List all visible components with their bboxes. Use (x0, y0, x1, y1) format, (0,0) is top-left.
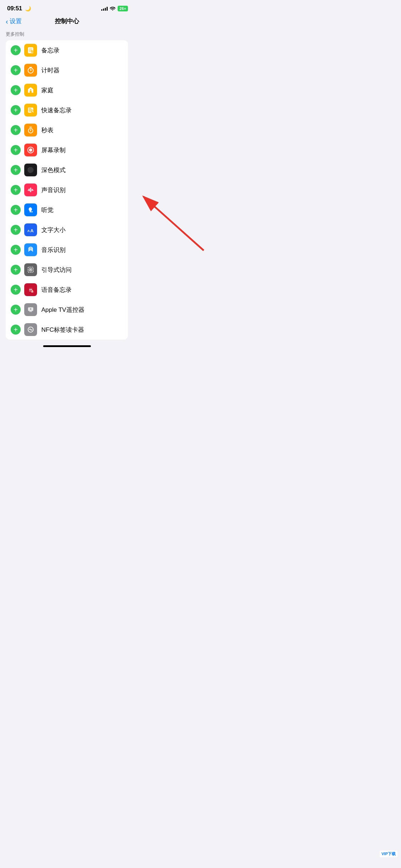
add-button-home[interactable]: + (11, 85, 21, 95)
plus-icon: + (14, 326, 18, 333)
battery-indicator: 26+ (118, 6, 128, 11)
list-item-nfc: + NFC标签读卡器 (6, 320, 128, 340)
item-label-nfc: NFC标签读卡器 (41, 326, 123, 334)
svg-rect-26 (30, 188, 31, 192)
item-label-darkmode: 深色模式 (41, 166, 123, 174)
list-item-hearing: + 听觉 (6, 200, 128, 220)
app-icon-timer (24, 64, 37, 77)
svg-point-42 (30, 308, 31, 310)
list-item-guided: + 引导式访问 (6, 260, 128, 280)
nav-bar: ‹ 设置 控制中心 (0, 14, 134, 29)
status-time-area: 09:51 🌙 (7, 5, 31, 12)
app-icon-darkmode (24, 164, 37, 176)
back-chevron-icon: ‹ (6, 18, 8, 25)
app-icon-home (24, 84, 37, 97)
add-button-textsize[interactable]: + (11, 225, 21, 235)
add-button-quicknotes[interactable]: + (11, 105, 21, 115)
add-button-nfc[interactable]: + (11, 325, 21, 335)
svg-rect-35 (29, 288, 32, 289)
plus-icon: + (14, 306, 18, 313)
add-button-hearing[interactable]: + (11, 205, 21, 215)
item-label-textsize: 文字大小 (41, 226, 123, 234)
plus-icon: + (14, 286, 18, 293)
plus-icon: + (14, 166, 18, 174)
svg-text:+: + (32, 50, 34, 53)
plus-icon: + (14, 47, 18, 54)
plus-icon: + (14, 146, 18, 154)
signal-icon (101, 6, 108, 11)
add-button-darkmode[interactable]: + (11, 165, 21, 175)
item-label-guided: 引导式访问 (41, 266, 123, 274)
back-label: 设置 (10, 17, 22, 25)
add-button-appletv[interactable]: + (11, 305, 21, 315)
svg-rect-15 (29, 111, 32, 112)
svg-point-21 (30, 130, 31, 131)
svg-point-24 (28, 167, 34, 173)
list-item-timer: + 计时器 (6, 60, 128, 80)
item-label-screenrecord: 屏幕录制 (41, 146, 123, 154)
app-icon-shazam (24, 243, 37, 256)
list-item-soundrecog: + 声音识别 (6, 180, 128, 200)
svg-rect-39 (32, 290, 33, 292)
svg-text:A: A (27, 229, 30, 233)
plus-icon: + (14, 87, 18, 94)
app-icon-screenrecord (24, 144, 37, 156)
app-icon-notes: + (24, 44, 37, 57)
list-item-stopwatch: + 秒表 (6, 120, 128, 140)
add-button-shazam[interactable]: + (11, 245, 21, 255)
app-icon-hearing (24, 203, 37, 216)
plus-icon: + (14, 206, 18, 213)
item-label-shazam: 音乐识别 (41, 246, 123, 254)
list-item-textsize: + A A 文字大小 (6, 220, 128, 240)
back-button[interactable]: ‹ 设置 (6, 17, 22, 25)
add-button-notes[interactable]: + (11, 45, 21, 55)
status-time: 09:51 (7, 5, 22, 12)
app-icon-voicememo (24, 283, 37, 296)
svg-rect-33 (30, 269, 31, 270)
more-controls-list: + + 备忘录+ 计时器+ 家庭+ (6, 40, 128, 340)
moon-icon: 🌙 (25, 6, 31, 11)
item-label-stopwatch: 秒表 (41, 126, 123, 134)
plus-icon: + (14, 246, 18, 253)
item-label-timer: 计时器 (41, 66, 123, 74)
plus-icon: + (14, 126, 18, 134)
svg-point-11 (30, 89, 31, 91)
item-label-notes: 备忘录 (41, 46, 123, 55)
add-button-screenrecord[interactable]: + (11, 145, 21, 155)
add-button-soundrecog[interactable]: + (11, 185, 21, 195)
add-button-timer[interactable]: + (11, 65, 21, 75)
svg-rect-37 (29, 291, 31, 291)
svg-point-23 (29, 148, 32, 151)
item-label-soundrecog: 声音识别 (41, 186, 123, 194)
status-bar: 09:51 🌙 26+ (0, 0, 134, 14)
plus-icon: + (14, 186, 18, 193)
add-button-voicememo[interactable]: + (11, 285, 21, 295)
item-label-appletv: Apple TV遥控器 (41, 306, 123, 314)
app-icon-soundrecog (24, 184, 37, 196)
svg-text:A: A (30, 228, 34, 233)
list-item-notes: + + 备忘录 (6, 40, 128, 60)
list-item-quicknotes: + ✎ 快速备忘录 (6, 100, 128, 120)
list-item-screenrecord: + 屏幕录制 (6, 140, 128, 160)
svg-point-28 (31, 211, 33, 213)
add-button-guided[interactable]: + (11, 265, 21, 275)
svg-rect-41 (29, 311, 32, 312)
app-icon-stopwatch (24, 124, 37, 136)
item-label-voicememo: 语音备忘录 (41, 286, 123, 294)
wifi-icon (110, 6, 115, 11)
home-indicator (43, 345, 91, 347)
list-item-voicememo: + 语音备忘录 (6, 280, 128, 300)
svg-rect-13 (29, 108, 31, 109)
section-header: 更多控制 (0, 29, 134, 40)
app-icon-guided (24, 263, 37, 276)
svg-rect-36 (29, 289, 32, 290)
status-right-area: 26+ (101, 6, 128, 11)
page-title: 控制中心 (55, 17, 79, 25)
add-button-stopwatch[interactable]: + (11, 125, 21, 135)
plus-icon: + (14, 67, 18, 74)
plus-icon: + (14, 107, 18, 114)
app-icon-textsize: A A (24, 223, 37, 236)
item-label-hearing: 听觉 (41, 206, 123, 214)
item-label-home: 家庭 (41, 86, 123, 94)
list-item-home: + 家庭 (6, 80, 128, 100)
